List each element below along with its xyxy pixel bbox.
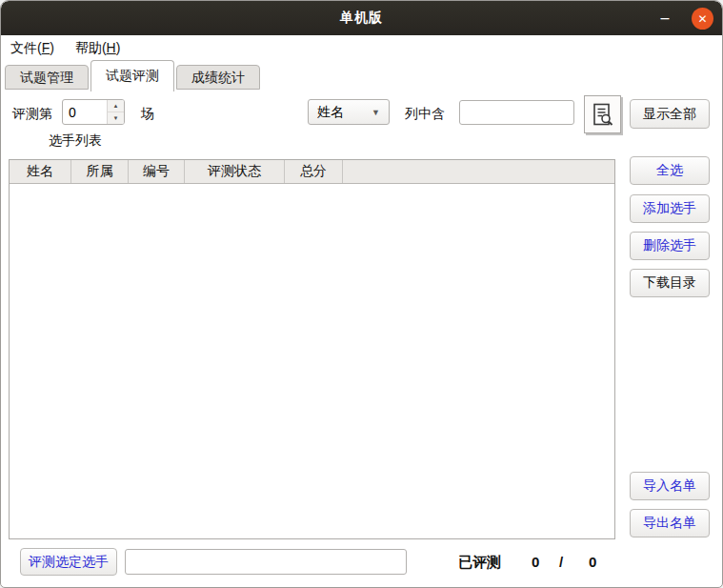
minimize-button[interactable]: – <box>652 1 678 35</box>
column-select-dropdown[interactable]: 姓名 ▼ <box>308 99 390 125</box>
spinner-buttons: ▲ ▼ <box>107 100 124 124</box>
player-table: 姓名 所属 编号 评测状态 总分 <box>9 159 615 539</box>
evaluated-count: 0 <box>532 554 539 570</box>
tab-question-management[interactable]: 试题管理 <box>5 65 89 90</box>
player-table-header: 姓名 所属 编号 评测状态 总分 <box>10 160 614 184</box>
select-all-button[interactable]: 全选 <box>630 156 710 185</box>
round-prefix-label: 评测第 <box>12 106 52 123</box>
column-header-eval-status[interactable]: 评测状态 <box>185 160 285 183</box>
total-count: 0 <box>589 554 596 570</box>
export-list-button[interactable]: 导出名单 <box>630 509 710 537</box>
column-header-affiliation[interactable]: 所属 <box>71 160 129 183</box>
app-window: 单机版 – ✕ 文件(F) 帮助(H) 试题管理 试题评测 成绩统计 评测第 ▲… <box>0 0 723 588</box>
evaluated-label: 已评测 <box>458 554 501 572</box>
show-all-button[interactable]: 显示全部 <box>630 99 710 129</box>
tab-score-statistics[interactable]: 成绩统计 <box>176 65 260 90</box>
footer-status-input[interactable] <box>125 549 407 575</box>
column-header-number[interactable]: 编号 <box>129 160 185 183</box>
player-table-body[interactable] <box>10 184 614 538</box>
menu-help[interactable]: 帮助(H) <box>75 40 120 57</box>
window-title: 单机版 <box>340 10 383 27</box>
window-titlebar: 单机版 – ✕ <box>1 1 722 35</box>
tab-question-evaluation[interactable]: 试题评测 <box>90 60 174 91</box>
spin-up-icon[interactable]: ▲ <box>108 100 124 112</box>
evaluate-selected-button[interactable]: 评测选定选手 <box>20 548 117 576</box>
chevron-down-icon: ▼ <box>372 108 380 117</box>
document-search-icon <box>591 102 614 128</box>
spin-down-icon[interactable]: ▼ <box>108 112 124 124</box>
contains-label: 列中含 <box>405 106 445 123</box>
column-select-value: 姓名 <box>317 104 344 121</box>
count-divider: / <box>559 554 563 570</box>
add-player-button[interactable]: 添加选手 <box>630 194 710 223</box>
round-number-spinbox[interactable]: ▲ ▼ <box>62 99 125 125</box>
import-list-button[interactable]: 导入名单 <box>630 472 710 500</box>
search-list-button[interactable] <box>584 95 621 133</box>
close-button[interactable]: ✕ <box>692 8 713 30</box>
column-header-total-score[interactable]: 总分 <box>285 160 343 183</box>
filter-text-input[interactable] <box>459 100 574 125</box>
round-suffix-label: 场 <box>141 106 154 123</box>
menu-file[interactable]: 文件(F) <box>10 40 54 57</box>
column-header-name[interactable]: 姓名 <box>10 160 71 183</box>
menubar: 文件(F) 帮助(H) <box>1 35 722 61</box>
download-directory-button[interactable]: 下载目录 <box>630 269 710 297</box>
round-number-input[interactable] <box>63 100 107 124</box>
player-list-title: 选手列表 <box>49 132 102 150</box>
remove-player-button[interactable]: 删除选手 <box>630 232 710 260</box>
tabbar: 试题管理 试题评测 成绩统计 <box>1 60 722 91</box>
